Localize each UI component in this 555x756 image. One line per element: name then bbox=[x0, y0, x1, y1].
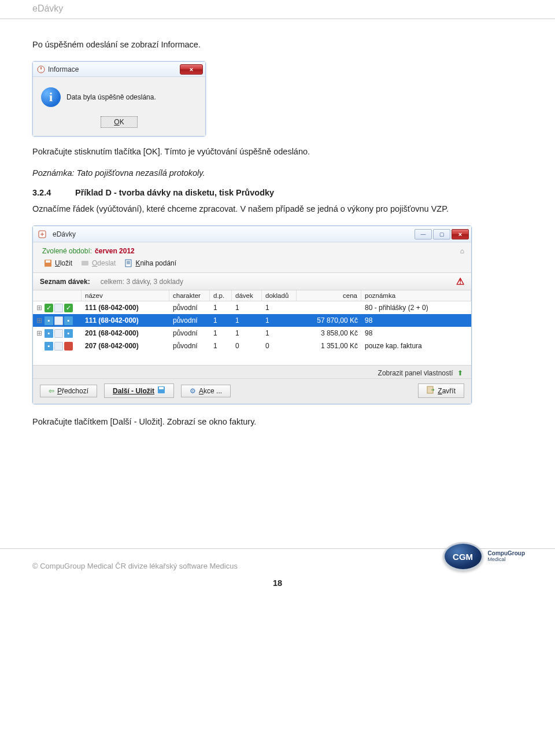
arrow-up-icon: ⬆ bbox=[457, 369, 463, 377]
home-icon[interactable]: ⌂ bbox=[460, 247, 464, 255]
properties-toggle[interactable]: Zobrazit panel vlastností ⬆ bbox=[33, 365, 471, 378]
note: Poznámka: Tato pojišťovna nezasílá proto… bbox=[32, 168, 523, 178]
period-label: Zvolené období: bbox=[42, 247, 92, 255]
dialog-body: i Data byla úspěšně odeslána. bbox=[33, 77, 205, 113]
dialog-message: Data byla úspěšně odeslána. bbox=[66, 93, 156, 101]
close-icon: × bbox=[190, 66, 193, 73]
maximize-button[interactable]: ▢ bbox=[433, 229, 450, 239]
tree-expand-icon[interactable]: ⊞ bbox=[35, 329, 43, 337]
button-bar: ⇦ Předchozí Další - Uložit ⚙ Akce ... Za… bbox=[33, 378, 471, 404]
tree-expand-icon[interactable]: ⊞ bbox=[35, 316, 43, 324]
col-dokl[interactable]: dokladů bbox=[262, 290, 297, 301]
disk-icon: ▪ bbox=[45, 329, 53, 338]
cell-dokl: 1 bbox=[262, 316, 297, 324]
cgm-logo: CGM CompuGroup Medical bbox=[443, 542, 525, 571]
send-button[interactable]: Odeslat bbox=[80, 259, 116, 268]
doc-icon bbox=[54, 329, 63, 338]
dialog-close-button[interactable]: × bbox=[180, 64, 203, 75]
close-button[interactable]: Zavřít bbox=[418, 383, 464, 398]
col-name[interactable]: název bbox=[82, 290, 169, 301]
next-save-button[interactable]: Další - Uložit bbox=[104, 383, 174, 398]
cgm-line2: Medical bbox=[488, 556, 506, 562]
warning-icon: ⚠ bbox=[456, 276, 464, 287]
ok-button[interactable]: OK bbox=[101, 116, 137, 128]
table-row[interactable]: ⊞✓✓ 111 (68-042-000) původní 1 1 1 80 - … bbox=[33, 301, 471, 314]
cgm-brand-text: CompuGroup Medical bbox=[488, 550, 525, 563]
dialog-app-icon bbox=[36, 65, 46, 74]
table-body: ⊞✓✓ 111 (68-042-000) původní 1 1 1 80 - … bbox=[33, 301, 471, 365]
page-header: eDávky bbox=[0, 0, 555, 19]
actions-button[interactable]: ⚙ Akce ... bbox=[181, 385, 231, 397]
para-4: Pokračujte tlačítkem [Další - Uložit]. Z… bbox=[32, 416, 523, 428]
app-title: eDávky bbox=[53, 230, 411, 238]
disk-icon: ▪ bbox=[45, 316, 53, 325]
send-u: O bbox=[92, 259, 97, 267]
para-1: Po úspěšném odeslání se zobrazí Informac… bbox=[32, 39, 523, 51]
close-icon: × bbox=[458, 231, 462, 238]
para-3: Označíme řádek (vyúčtování), které chcem… bbox=[32, 203, 523, 215]
col-cena[interactable]: cena bbox=[297, 290, 361, 301]
list-summary: celkem: 3 dávky, 3 doklady bbox=[101, 278, 183, 286]
minimize-button[interactable]: — bbox=[415, 229, 432, 239]
cell-pozn: 98 bbox=[361, 316, 471, 324]
table-row[interactable]: ⊞▪ 207 (68-042-000) původní 1 0 0 1 351,… bbox=[33, 340, 471, 352]
section-title: Příklad D - tvorba dávky na disketu, tis… bbox=[75, 188, 274, 197]
properties-label: Zobrazit panel vlastností bbox=[378, 369, 453, 377]
page-content: Po úspěšném odeslání se zobrazí Informac… bbox=[0, 19, 555, 444]
invoice-icon bbox=[64, 342, 73, 351]
svg-rect-5 bbox=[125, 260, 131, 267]
col-icons bbox=[33, 290, 82, 301]
table-row[interactable]: ⊞▪▪ 201 (68-042-000) původní 1 1 1 3 858… bbox=[33, 327, 471, 340]
col-pozn[interactable]: poznámka bbox=[361, 290, 471, 301]
cell-char: původní bbox=[169, 304, 210, 312]
dialog-title: Informace bbox=[48, 65, 180, 73]
ok-underline: O bbox=[114, 118, 119, 126]
prev-button[interactable]: ⇦ Předchozí bbox=[40, 385, 97, 397]
cell-char: původní bbox=[169, 329, 210, 337]
doc-icon bbox=[54, 304, 63, 312]
page-number: 18 bbox=[32, 578, 523, 588]
info-dialog: Informace × i Data byla úspěšně odeslána… bbox=[32, 61, 206, 137]
akce-rest: kce ... bbox=[204, 387, 222, 395]
book-rest: niha podání bbox=[140, 259, 176, 267]
window-close-button[interactable]: × bbox=[452, 229, 469, 239]
disk-icon: ▪ bbox=[45, 342, 53, 351]
dialog-button-row: OK bbox=[33, 113, 205, 136]
tree-expand-icon[interactable]: ⊞ bbox=[35, 304, 43, 312]
col-davek[interactable]: dávek bbox=[232, 290, 262, 301]
para-2: Pokračujte stisknutím tlačítka [OK]. Tím… bbox=[32, 146, 523, 158]
table-row-selected[interactable]: ⊞▪▪ 111 (68-042-000) původní 1 1 1 57 87… bbox=[33, 314, 471, 327]
cell-davek: 0 bbox=[232, 342, 262, 350]
header-title: eDávky bbox=[32, 3, 63, 13]
cell-cena: 1 351,00 Kč bbox=[297, 342, 361, 350]
save-button[interactable]: Uložit bbox=[43, 259, 72, 268]
next-label: Další - Uložit bbox=[113, 387, 154, 395]
save-u: U bbox=[55, 259, 60, 267]
book-button[interactable]: Kniha podání bbox=[124, 259, 176, 268]
col-char[interactable]: charakter bbox=[169, 290, 210, 301]
cell-char: původní bbox=[169, 316, 210, 324]
dialog-titlebar: Informace × bbox=[33, 62, 205, 77]
check-icon: ✓ bbox=[45, 304, 53, 312]
minimize-icon: — bbox=[421, 231, 426, 237]
svg-rect-4 bbox=[82, 261, 88, 265]
disk-icon bbox=[157, 386, 165, 396]
cell-name: 207 (68-042-000) bbox=[82, 342, 169, 350]
cell-pozn: pouze kap. faktura bbox=[361, 342, 471, 350]
cell-dokl: 1 bbox=[262, 329, 297, 337]
cell-pozn: 98 bbox=[361, 329, 471, 337]
close-rest: avřít bbox=[442, 387, 456, 395]
col-dp[interactable]: d.p. bbox=[210, 290, 232, 301]
cell-name: 201 (68-042-000) bbox=[82, 329, 169, 337]
gear-icon: ⚙ bbox=[190, 387, 196, 395]
cell-cena: 57 870,00 Kč bbox=[297, 316, 361, 324]
cgm-oval: CGM bbox=[443, 542, 483, 571]
svg-rect-3 bbox=[46, 260, 50, 263]
save-rest: ložit bbox=[60, 259, 72, 267]
prev-rest: ředchozí bbox=[62, 387, 88, 395]
cell-char: původní bbox=[169, 342, 210, 350]
period-row: Zvolené období: červen 2012 ⌂ bbox=[33, 242, 471, 256]
cell-cena: 3 858,00 Kč bbox=[297, 329, 361, 337]
toolbar: Uložit Odeslat Kniha podání bbox=[33, 256, 471, 272]
page-footer: CGM CompuGroup Medical © CompuGroup Medi… bbox=[0, 548, 555, 591]
